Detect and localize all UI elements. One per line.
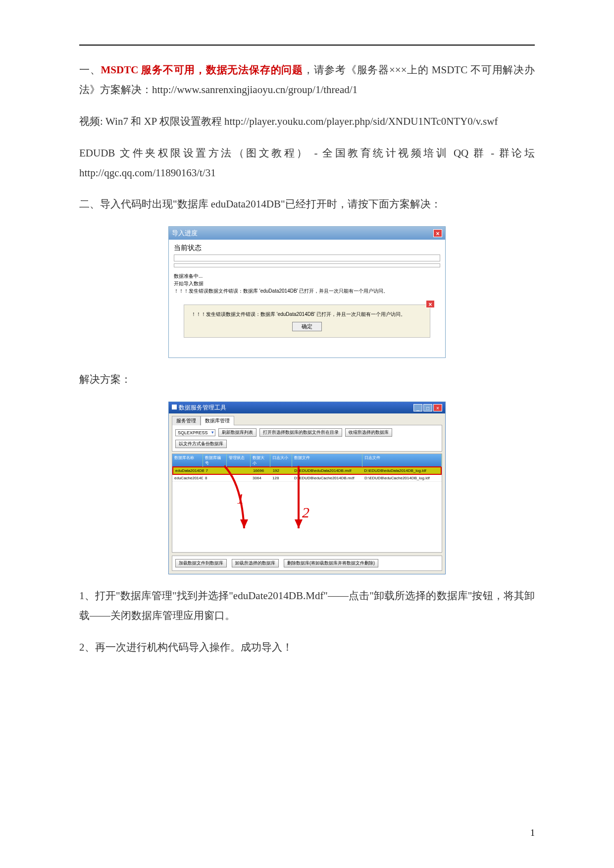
table-cell: D:\EDUDB\eduCache2014DB.mdf (292, 475, 362, 481)
table-cell: 7 (204, 467, 228, 474)
table-cell: D:\EDUDB\eduData2014DB_log.ldf (362, 467, 441, 474)
paragraph-4: 二、导入代码时出现"数据库 eduData2014DB"已经打开时，请按下面方案… (79, 195, 535, 214)
table-row[interactable]: eduCache2014DB83064128D:\EDUDB\eduCache2… (172, 475, 442, 482)
refresh-button[interactable]: 刷新数据库列表 (218, 428, 256, 437)
progress-bar-sub (174, 263, 440, 267)
p1-prefix: 一、 (79, 64, 101, 76)
svg-marker-0 (240, 519, 248, 528)
maximize-icon[interactable]: □ (423, 404, 432, 411)
server-select[interactable]: SQLEXPRESS (175, 429, 215, 436)
ok-button[interactable]: 确定 (292, 322, 322, 331)
shrink-db-button[interactable]: 收缩所选择的数据库 (345, 428, 392, 437)
solution-label: 解决方案： (79, 370, 535, 390)
attach-button[interactable]: 加载数据文件到数据库 (175, 559, 227, 567)
backup-button[interactable]: 以文件方式备份数据库 (175, 440, 227, 448)
annotation-number-2: 2 (302, 504, 309, 520)
table-body: eduData2014DB716696192D:\EDUDB\eduData20… (172, 466, 442, 482)
state-label: 当前状态 (174, 243, 440, 255)
log-line-3: ！！！发生错误数据文件错误：数据库 'eduData2014DB' 已打开，并且… (174, 287, 440, 295)
table-cell: 192 (271, 467, 293, 474)
close-icon[interactable]: × (433, 404, 442, 411)
paragraph-2: 视频: Win7 和 XP 权限设置教程 http://player.youku… (79, 112, 535, 132)
table-cell: eduData2014DB (173, 467, 204, 474)
th-datasize: 数据大小 (251, 454, 270, 467)
th-datafile: 数据文件 (292, 454, 362, 467)
window-title: 数据服务管理工具 (179, 404, 226, 411)
step-2: 2、再一次进行机构代码导入操作。成功导入！ (79, 638, 535, 658)
minimize-icon[interactable]: _ (413, 404, 422, 411)
table-cell: 3064 (251, 475, 270, 481)
close-icon[interactable]: × (426, 300, 435, 308)
app-icon (172, 405, 177, 409)
table-header-row: 数据库名称 数据库编号 管理状态 数据大小 日志大小 数据文件 日志文件 (172, 454, 442, 467)
import-progress-dialog: 导入进度 × 当前状态 数据准备中... 开始导入数据 ！！！发生错误数据文件错… (168, 226, 446, 358)
error-text: ！！！发生错误数据文件错误：数据库 'eduData2014DB' 已打开，并且… (191, 311, 423, 318)
log-area: 数据准备中... 开始导入数据 ！！！发生错误数据文件错误：数据库 'eduDa… (174, 272, 440, 295)
th-name: 数据库名称 (172, 454, 203, 467)
table-cell: eduCache2014DB (172, 475, 203, 481)
table-cell: D:\EDUDB\eduData2014DB.mdf (292, 467, 362, 474)
table-row[interactable]: eduData2014DB716696192D:\EDUDB\eduData20… (172, 466, 442, 475)
table-cell: D:\EDUDB\eduCache2014DB_log.ldf (362, 475, 442, 481)
error-message-box: × ！！！发生错误数据文件错误：数据库 'eduData2014DB' 已打开，… (184, 305, 430, 338)
close-icon[interactable]: × (433, 229, 442, 237)
dialog-body: 当前状态 数据准备中... 开始导入数据 ！！！发生错误数据文件错误：数据库 '… (169, 240, 445, 357)
log-line-1: 数据准备中... (174, 272, 440, 280)
table-cell: 16696 (251, 467, 271, 474)
th-state: 管理状态 (227, 454, 251, 467)
paragraph-3: EDUDB 文件夹权限设置方法（图文教程） - 全国教育统计视频培训 QQ 群 … (79, 144, 535, 183)
th-id: 数据库编号 (203, 454, 227, 467)
log-line-2: 开始导入数据 (174, 280, 440, 287)
open-dir-button[interactable]: 打开所选择数据库的数据文件所在目录 (259, 428, 342, 437)
progress-bar-main (174, 255, 440, 261)
th-logsize: 日志大小 (270, 454, 292, 467)
svg-marker-1 (295, 519, 303, 528)
detach-button[interactable]: 卸载所选择的数据库 (232, 559, 279, 567)
step-1: 1、打开"数据库管理"找到并选择"eduDate2014DB.Mdf"——点击"… (79, 586, 535, 626)
tab-bar: 服务管理 数据库管理 (169, 413, 445, 425)
screenshot-db-manager: 数据服务管理工具 _ □ × 服务管理 数据库管理 SQLEXPRESS 刷新数… (79, 402, 535, 574)
table-cell: 8 (203, 475, 227, 481)
db-table: 数据库名称 数据库编号 管理状态 数据大小 日志大小 数据文件 日志文件 edu… (172, 454, 442, 553)
window-titlebar: 数据服务管理工具 _ □ × (169, 402, 445, 413)
horizontal-rule (79, 45, 535, 46)
page-number: 1 (530, 828, 535, 838)
table-cell: 128 (270, 475, 292, 481)
screenshot-import-progress: 导入进度 × 当前状态 数据准备中... 开始导入数据 ！！！发生错误数据文件错… (79, 226, 535, 358)
th-logfile: 日志文件 (362, 454, 442, 467)
table-cell (227, 467, 251, 474)
dialog-titlebar: 导入进度 × (169, 227, 445, 240)
annotation-number-1: 1 (237, 490, 244, 507)
bottom-toolbar: 加载数据文件到数据库 卸载所选择的数据库 删除数据库(将卸载数据库并将数据文件删… (172, 556, 442, 571)
paragraph-1: 一、MSDTC 服务不可用，数据无法保存的问题，请参考《服务器×××上的 MSD… (79, 60, 535, 100)
dialog-title-text: 导入进度 (172, 229, 198, 238)
tab-db-mgmt[interactable]: 数据库管理 (201, 416, 234, 425)
delete-db-button[interactable]: 删除数据库(将卸载数据库并将数据文件删除) (284, 559, 378, 567)
db-manager-window: 数据服务管理工具 _ □ × 服务管理 数据库管理 SQLEXPRESS 刷新数… (168, 402, 446, 574)
p1-red-title: MSDTC 服务不可用，数据无法保存的问题 (101, 64, 303, 76)
toolbar: SQLEXPRESS 刷新数据库列表 打开所选择数据库的数据文件所在目录 收缩所… (172, 425, 442, 452)
table-cell (227, 475, 251, 481)
tab-service-mgmt[interactable]: 服务管理 (172, 416, 201, 425)
